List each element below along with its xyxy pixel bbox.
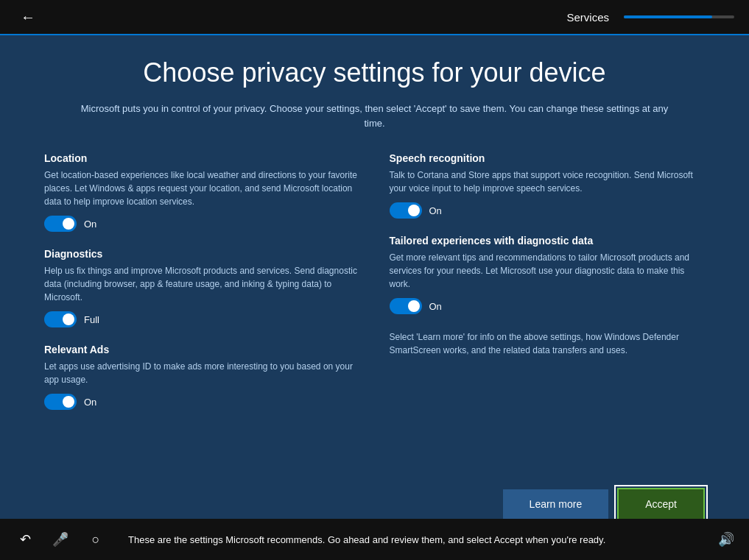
speech-recognition-toggle-row: On [390,202,706,219]
taskbar-notification-text: These are the settings Microsoft recomme… [128,534,703,545]
location-toggle-row: On [44,216,360,232]
relevant-ads-toggle-label: On [84,397,96,408]
progress-bar-fill [624,15,712,18]
tailored-experiences-description: Get more relevant tips and recommendatio… [390,251,706,291]
page-title: Choose privacy settings for your device [44,57,705,88]
learn-more-button[interactable]: Learn more [503,489,609,519]
diagnostics-description: Help us fix things and improve Microsoft… [44,264,360,304]
taskbar-sound-icon[interactable]: 🔊 [718,531,734,547]
speech-recognition-description: Talk to Cortana and Store apps that supp… [390,169,706,195]
top-bar-right: Services [566,11,734,24]
speech-recognition-toggle-label: On [429,205,442,216]
progress-bar [624,15,734,18]
speech-recognition-title: Speech recognition [390,152,706,164]
setting-speech-recognition: Speech recognition Talk to Cortana and S… [390,152,706,219]
main-content: Choose privacy settings for your device … [0,35,749,479]
tailored-experiences-title: Tailored experiences with diagnostic dat… [390,235,706,247]
back-button[interactable]: ← [15,4,41,30]
diagnostics-title: Diagnostics [44,248,360,260]
relevant-ads-description: Let apps use advertising ID to make ads … [44,360,360,386]
info-text: Select 'Learn more' for info on the abov… [390,330,706,357]
taskbar-back-icon[interactable]: ↶ [15,529,35,550]
location-toggle[interactable] [44,216,77,232]
location-title: Location [44,152,360,164]
taskbar-mic-icon[interactable]: 🎤 [50,529,71,550]
top-bar: ← Services [0,0,749,34]
taskbar-circle-icon[interactable]: ○ [85,529,106,550]
right-column: Speech recognition Talk to Cortana and S… [390,152,706,426]
setting-location: Location Get location-based experiences … [44,152,360,232]
location-toggle-label: On [84,219,96,230]
tailored-experiences-toggle[interactable] [390,298,422,314]
settings-grid: Location Get location-based experiences … [44,152,705,426]
relevant-ads-toggle[interactable] [44,394,77,410]
tailored-experiences-toggle-row: On [390,298,706,314]
left-column: Location Get location-based experiences … [44,152,360,426]
diagnostics-toggle-label: Full [84,314,99,325]
services-label: Services [566,11,609,24]
accept-button[interactable]: Accept [617,488,705,520]
diagnostics-toggle-row: Full [44,311,360,327]
page-subtitle: Microsoft puts you in control of your pr… [80,102,669,130]
tailored-experiences-toggle-label: On [429,301,442,312]
setting-diagnostics: Diagnostics Help us fix things and impro… [44,248,360,327]
setting-tailored-experiences: Tailored experiences with diagnostic dat… [390,235,706,314]
relevant-ads-toggle-row: On [44,394,360,410]
relevant-ads-title: Relevant Ads [44,344,360,355]
diagnostics-toggle[interactable] [44,311,77,327]
taskbar: ↶ 🎤 ○ These are the settings Microsoft r… [0,519,749,560]
location-description: Get location-based experiences like loca… [44,169,360,208]
speech-recognition-toggle[interactable] [390,202,422,219]
setting-relevant-ads: Relevant Ads Let apps use advertising ID… [44,344,360,410]
